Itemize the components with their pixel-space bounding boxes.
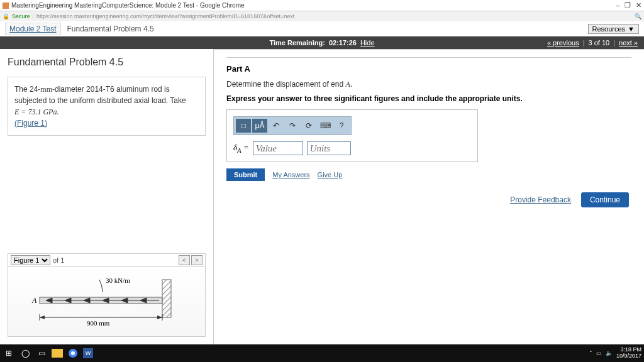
units-input[interactable]: [307, 141, 351, 155]
breadcrumb-problem: Fundamental Problem 4.5: [61, 23, 160, 35]
volume-icon[interactable]: 🔈: [606, 350, 613, 356]
secure-label: Secure: [12, 13, 30, 19]
figure-link[interactable]: (Figure 1): [14, 119, 47, 128]
figure-next-button[interactable]: >: [191, 255, 203, 265]
svg-point-19: [71, 351, 75, 355]
clock[interactable]: 3:18 PM 10/9/2017: [616, 347, 641, 359]
windows-taskbar: ⊞ ◯ ▭ W ˄ ▭ 🔈 3:18 PM 10/9/2017: [0, 344, 644, 362]
battery-icon[interactable]: ▭: [596, 350, 602, 356]
fraction-button[interactable]: □: [236, 119, 251, 133]
window-close[interactable]: ✕: [636, 1, 641, 9]
value-input[interactable]: [253, 141, 303, 155]
submit-button[interactable]: Submit: [226, 168, 265, 181]
continue-button[interactable]: Continue: [581, 192, 629, 207]
chevron-down-icon: ▼: [628, 25, 635, 33]
tab-favicon: [3, 3, 9, 9]
taskview-icon[interactable]: ▭: [35, 347, 48, 359]
part-title: Part A: [226, 64, 631, 74]
cortana-icon[interactable]: ◯: [19, 347, 31, 359]
undo-button[interactable]: ↶: [269, 119, 284, 133]
window-maximize[interactable]: ❐: [625, 1, 631, 9]
figure-image: 30 kN/m A 900 mm: [8, 267, 205, 336]
problem-title: Fundamental Problem 4.5: [8, 57, 206, 68]
answer-toolbar: □ µÅ ↶ ↷ ⟳ ⌨ ?: [233, 116, 352, 135]
figure-prev-button[interactable]: <: [179, 255, 190, 265]
hide-timer[interactable]: Hide: [360, 39, 375, 47]
url-text[interactable]: https://session.masteringengineering.com…: [36, 13, 294, 19]
figure-select[interactable]: Figure 1: [11, 255, 50, 265]
provide-feedback-link[interactable]: Provide Feedback: [510, 195, 571, 204]
question-text: Determine the displacement of end A.: [226, 80, 631, 89]
redo-button[interactable]: ↷: [285, 119, 300, 133]
svg-marker-15: [40, 315, 45, 319]
keyboard-button[interactable]: ⌨: [318, 119, 333, 133]
figure-pane: Figure 1 of 1 < >: [8, 253, 206, 337]
nav-count: 3 of 10: [589, 39, 610, 47]
search-icon[interactable]: 🔍: [635, 13, 641, 19]
svg-text:900 mm: 900 mm: [87, 319, 110, 327]
give-up-link[interactable]: Give Up: [318, 171, 343, 178]
time-bar: Time Remaining: 02:17:26 Hide « previous…: [0, 36, 644, 49]
lock-icon: 🔒: [3, 13, 9, 19]
explorer-icon[interactable]: [52, 349, 63, 358]
problem-statement: The 24-mm-diameter 2014-T6 aluminum rod …: [8, 77, 206, 136]
svg-rect-1: [162, 280, 171, 317]
resources-dropdown[interactable]: Resources ▼: [588, 24, 639, 34]
help-button[interactable]: ?: [334, 119, 349, 133]
resources-label: Resources: [592, 25, 626, 33]
chrome-icon[interactable]: [67, 347, 79, 359]
svg-text:A: A: [31, 296, 37, 305]
reset-button[interactable]: ⟳: [301, 119, 316, 133]
answer-symbol: δA =: [233, 143, 249, 154]
answer-box: □ µÅ ↶ ↷ ⟳ ⌨ ? δA =: [226, 109, 478, 162]
window-minimize[interactable]: –: [616, 1, 619, 9]
time-label: Time Remaining:: [269, 39, 325, 47]
nav-next[interactable]: next »: [619, 39, 638, 47]
address-bar: 🔒 Secure | https://session.masteringengi…: [0, 11, 644, 21]
svg-marker-16: [157, 315, 162, 319]
word-icon[interactable]: W: [83, 348, 93, 358]
time-value: 02:17:26: [329, 39, 357, 47]
chrome-titlebar: MasteringEngineering MasteringComputerSc…: [0, 0, 644, 11]
my-answers-link[interactable]: My Answers: [272, 171, 309, 178]
figure-count: of 1: [53, 256, 64, 264]
breadcrumb-module[interactable]: Module 2 Test: [5, 23, 61, 35]
right-panel: Part A Determine the displacement of end…: [214, 49, 644, 344]
start-button[interactable]: ⊞: [3, 347, 15, 359]
instruction-text: Express your answer to three significant…: [226, 94, 631, 103]
breadcrumb: Module 2 Test Fundamental Problem 4.5 Re…: [0, 21, 644, 36]
tray-up-icon[interactable]: ˄: [589, 350, 592, 356]
special-char-button[interactable]: µÅ: [252, 119, 267, 133]
nav-previous[interactable]: « previous: [547, 39, 579, 47]
left-panel: Fundamental Problem 4.5 The 24-mm-diamet…: [0, 49, 214, 344]
svg-text:30 kN/m: 30 kN/m: [106, 277, 130, 284]
tab-title: MasteringEngineering MasteringComputerSc…: [11, 2, 245, 9]
